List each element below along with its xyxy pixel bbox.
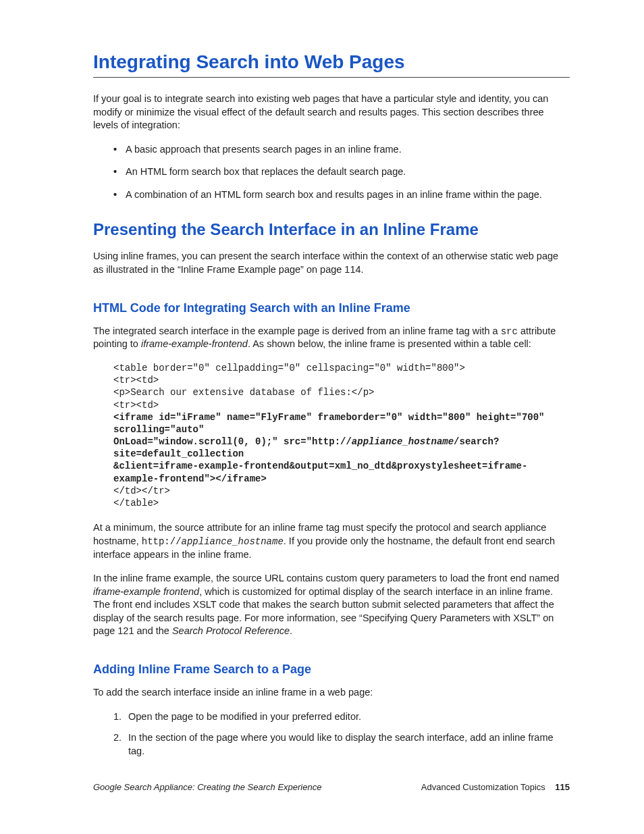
bullet-list: A basic approach that presents search pa…: [113, 143, 570, 202]
footer-right: Advanced Customization Topics 115: [421, 782, 570, 792]
code-block: <table border="0" cellpadding="0" cellsp…: [113, 362, 570, 509]
heading-1: Integrating Search into Web Pages: [93, 51, 570, 78]
italic-text: iframe-example frontend: [93, 586, 199, 597]
heading-2: Presenting the Search Interface in an In…: [93, 220, 570, 239]
inline-code-ital: appliance_hostname: [182, 536, 284, 547]
bullet-item: A combination of an HTML form search box…: [113, 188, 570, 202]
ordered-list: 1.Open the page to be modified in your p…: [113, 710, 570, 758]
text: .: [290, 625, 292, 636]
heading-3: HTML Code for Integrating Search with an…: [93, 301, 570, 315]
italic-text: iframe-example-frontend: [141, 338, 248, 349]
code-line: </td></tr>: [113, 486, 170, 496]
list-number: 2.: [113, 731, 122, 745]
code-line: <p>Search our extensive database of flie…: [113, 387, 374, 398]
paragraph: To add the search interface inside an in…: [93, 686, 570, 700]
list-item: 2.In the section of the page where you w…: [113, 731, 570, 758]
text: . As shown below, the inline frame is pr…: [248, 338, 531, 349]
code-line: <table border="0" cellpadding="0" cellsp…: [113, 363, 465, 373]
code-line-bold: &client=iframe-example-frontend&output=x…: [113, 461, 527, 484]
paragraph: Using inline frames, you can present the…: [93, 250, 570, 276]
paragraph: The integrated search interface in the e…: [93, 325, 570, 351]
inline-code: http://: [142, 536, 182, 547]
bullet-item: A basic approach that presents search pa…: [113, 143, 570, 157]
paragraph: At a minimum, the source attribute for a…: [93, 521, 570, 561]
list-text: In the section of the page where you wou…: [128, 732, 554, 756]
page-number: 115: [555, 782, 570, 792]
code-line-bold: OnLoad="window.scroll(0, 0);" src="http:…: [113, 436, 352, 447]
intro-paragraph: If your goal is to integrate search into…: [93, 93, 570, 132]
text: In the inline frame example, the source …: [93, 573, 559, 583]
code-line: <tr><td>: [113, 375, 159, 386]
list-text: Open the page to be modified in your pre…: [128, 711, 361, 722]
page-footer: Google Search Appliance: Creating the Se…: [93, 782, 570, 792]
footer-section: Advanced Customization Topics: [421, 782, 545, 792]
list-item: 1.Open the page to be modified in your p…: [113, 710, 570, 724]
bullet-item: An HTML form search box that replaces th…: [113, 165, 570, 179]
code-line: </table>: [113, 498, 159, 509]
footer-left: Google Search Appliance: Creating the Se…: [93, 782, 321, 792]
page-content: Integrating Search into Web Pages If you…: [0, 0, 644, 758]
code-ital: appliance_hostname: [352, 436, 454, 447]
code-line-bold: <iframe id="iFrame" name="FlyFrame" fram…: [113, 412, 550, 435]
heading-3: Adding Inline Frame Search to a Page: [93, 662, 570, 677]
paragraph: In the inline frame example, the source …: [93, 572, 570, 638]
list-number: 1.: [113, 710, 122, 724]
code-line: <tr><td>: [113, 400, 159, 411]
italic-text: Search Protocol Reference: [172, 625, 290, 636]
text: The integrated search interface in the e…: [93, 325, 501, 336]
inline-code: src: [501, 326, 518, 337]
